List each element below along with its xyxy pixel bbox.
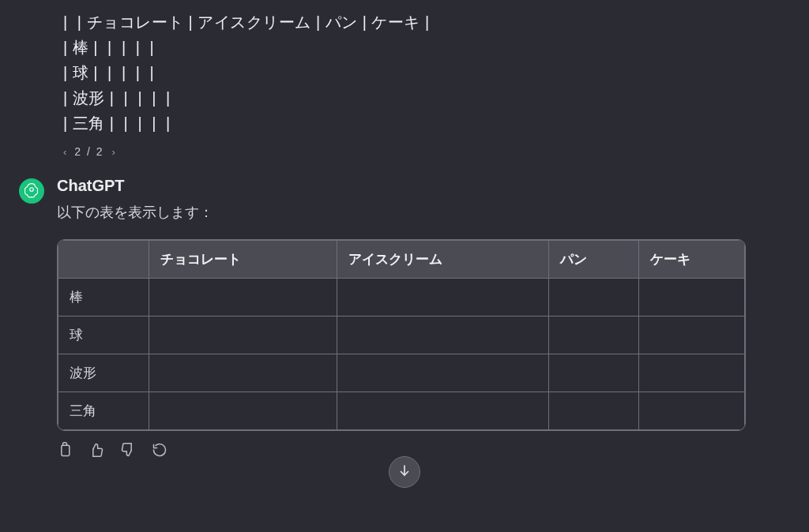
table-cell (149, 317, 337, 354)
assistant-name: ChatGPT (57, 177, 746, 195)
table-cell (548, 279, 639, 317)
table-cell: 波形 (58, 354, 149, 392)
user-raw-line: | 棒 | | | | | (63, 35, 746, 60)
table-cell (337, 392, 548, 430)
arrow-down-icon (397, 463, 412, 481)
table-cell (548, 317, 639, 354)
regenerate-button[interactable] (152, 442, 167, 461)
assistant-table: チョコレート アイスクリーム パン ケーキ 棒 (57, 239, 746, 431)
refresh-icon (152, 442, 167, 461)
user-raw-line: | | チョコレート | アイスクリーム | パン | ケーキ | (63, 9, 746, 35)
table-cell (548, 392, 639, 430)
table-header-cell: チョコレート (149, 241, 337, 279)
user-raw-line: | 波形 | | | | | (63, 85, 746, 111)
message-pager: ‹ 2 / 2 › (0, 142, 809, 170)
copy-button[interactable] (57, 442, 73, 461)
thumbs-up-button[interactable] (88, 442, 104, 461)
table-cell: 三角 (58, 392, 149, 430)
table-header-cell: ケーキ (639, 241, 745, 279)
table-cell (337, 279, 548, 317)
table-header-row: チョコレート アイスクリーム パン ケーキ (58, 241, 745, 279)
assistant-intro: 以下の表を表示します： (57, 203, 746, 222)
table-row: 三角 (58, 392, 745, 430)
openai-logo-icon (23, 181, 40, 201)
svg-point-0 (30, 188, 34, 192)
assistant-message: ChatGPT 以下の表を表示します： チョコレート アイスクリーム パン ケー… (0, 170, 809, 474)
table-row: 球 (58, 317, 745, 354)
table-cell (548, 354, 639, 392)
thumbs-up-icon (88, 442, 104, 461)
clipboard-icon (57, 442, 73, 461)
svg-rect-1 (62, 445, 70, 455)
table-cell (639, 354, 745, 392)
pager-total: 2 (96, 145, 104, 158)
table-header-cell: パン (548, 241, 639, 279)
table-cell (337, 317, 548, 354)
thumbs-down-icon (120, 442, 136, 461)
table-cell (639, 279, 745, 317)
table-header-cell (58, 241, 149, 279)
table-cell: 球 (58, 317, 149, 354)
table-cell: 棒 (58, 279, 149, 317)
table-header-cell: アイスクリーム (337, 241, 548, 279)
pager-current: 2 (74, 145, 82, 158)
table-row: 棒 (58, 279, 745, 317)
pager-prev-button[interactable]: ‹ (63, 146, 66, 158)
pager-sep: / (87, 145, 92, 158)
pager-next-button[interactable]: › (112, 146, 115, 158)
table-row: 波形 (58, 354, 745, 392)
table-cell (149, 354, 337, 392)
table-cell (639, 317, 745, 354)
table-cell (337, 354, 548, 392)
thumbs-down-button[interactable] (120, 442, 136, 461)
table-cell (639, 392, 745, 430)
table-cell (149, 392, 337, 430)
user-raw-line: | 球 | | | | | (63, 60, 746, 85)
user-raw-line: | 三角 | | | | | (63, 111, 746, 136)
scroll-to-bottom-button[interactable] (389, 456, 420, 488)
table-cell (149, 279, 337, 317)
pager-count: 2 / 2 (74, 145, 103, 158)
assistant-avatar (19, 178, 44, 204)
user-message: | | チョコレート | アイスクリーム | パン | ケーキ | | 棒 | … (0, 0, 809, 142)
